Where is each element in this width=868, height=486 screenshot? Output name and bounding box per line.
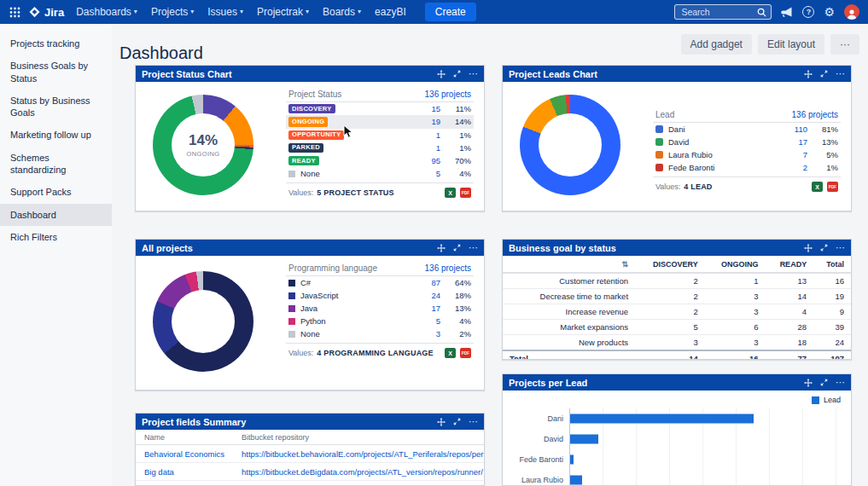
legend-row[interactable]: C# 87 64%: [286, 276, 474, 289]
excel-export-icon[interactable]: X: [445, 188, 456, 198]
legend-row[interactable]: Dani 110 81%: [653, 123, 841, 136]
legend-row[interactable]: JavaScript 24 18%: [286, 289, 474, 302]
count-link[interactable]: 95: [411, 156, 440, 165]
pdf-export-icon[interactable]: PDF: [460, 348, 471, 358]
nav-issues[interactable]: Issues▾: [207, 6, 243, 18]
sidebar-item-schemes-standardizing[interactable]: Schemes standardizing: [0, 147, 112, 182]
project-status-donut-chart[interactable]: 14% ONGOING: [153, 95, 253, 195]
legend-row[interactable]: Java 17 13%: [286, 302, 474, 315]
count-link[interactable]: 110: [778, 124, 807, 134]
move-gadget-icon[interactable]: [804, 379, 813, 387]
move-gadget-icon[interactable]: [804, 70, 813, 78]
help-icon[interactable]: ?: [802, 6, 814, 18]
gadget-menu-icon[interactable]: ⋯: [469, 243, 478, 252]
count-link[interactable]: 24: [411, 291, 440, 300]
legend-row[interactable]: Laura Rubio 7 5%: [653, 148, 841, 161]
move-gadget-icon[interactable]: [437, 70, 446, 78]
gadget-menu-icon[interactable]: ⋯: [836, 69, 845, 78]
sidebar-item-status-by-business-goals[interactable]: Status by Business Goals: [0, 90, 112, 124]
gadget-header[interactable]: Business goal by status ⋯: [503, 240, 851, 256]
legend-total-link[interactable]: 136 projects: [425, 90, 471, 99]
gadget-menu-icon[interactable]: ⋯: [469, 69, 478, 78]
gadget-menu-icon[interactable]: ⋯: [836, 243, 845, 252]
count-link[interactable]: 5: [411, 169, 440, 178]
repo-link[interactable]: https://bitbucket.behavioralE.com/projec…: [233, 445, 485, 463]
nav-dashboards[interactable]: Dashboards▾: [76, 6, 137, 18]
gadget-header[interactable]: Project fields Summary ⋯: [136, 414, 484, 430]
gear-icon[interactable]: ⚙: [824, 6, 835, 18]
gadget-header[interactable]: Project Status Chart ⋯: [136, 66, 484, 82]
count-link[interactable]: 19: [411, 117, 440, 126]
project-name-link[interactable]: Behavioral Economics: [136, 445, 233, 463]
legend-row[interactable]: ONGOING 19 14%: [286, 115, 474, 128]
expand-gadget-icon[interactable]: [453, 70, 461, 78]
legend-row[interactable]: OPPORTUNITY 1 1%: [286, 129, 474, 142]
count-link[interactable]: 17: [778, 137, 807, 147]
more-actions-button[interactable]: ···: [830, 34, 859, 55]
legend-row[interactable]: READY 95 70%: [286, 154, 474, 167]
legend-row[interactable]: DISCOVERY 15 11%: [286, 102, 474, 115]
sidebar-item-marketing-follow-up[interactable]: Marketing follow up: [0, 124, 112, 146]
count-link[interactable]: 5: [411, 316, 440, 326]
count-link[interactable]: 7: [778, 150, 807, 159]
gadget-menu-icon[interactable]: ⋯: [469, 417, 478, 426]
legend-row[interactable]: PARKED 1 1%: [286, 142, 474, 154]
expand-gadget-icon[interactable]: [453, 418, 461, 425]
legend-row[interactable]: Fede Baronti 2 1%: [653, 161, 841, 174]
bar[interactable]: [570, 455, 574, 465]
column-header[interactable]: ONGOING: [705, 256, 766, 273]
legend-row[interactable]: None 5 4%: [286, 167, 474, 180]
user-avatar[interactable]: [844, 4, 859, 20]
gadget-header[interactable]: Project Leads Chart ⋯: [503, 66, 851, 82]
sidebar-item-dashboard[interactable]: Dashboard: [0, 204, 112, 226]
count-link[interactable]: 2: [778, 163, 807, 172]
sidebar-item-support-packs[interactable]: Support Packs: [0, 181, 112, 203]
gadget-header[interactable]: All projects ⋯: [136, 240, 484, 256]
count-link[interactable]: 3: [411, 329, 440, 338]
expand-gadget-icon[interactable]: [453, 244, 461, 252]
count-link[interactable]: 1: [411, 143, 440, 153]
count-link[interactable]: 15: [411, 104, 440, 113]
excel-export-icon[interactable]: X: [812, 182, 823, 192]
sidebar-item-projects-tracking[interactable]: Projects tracking: [0, 32, 112, 55]
column-header[interactable]: READY: [766, 256, 814, 273]
programming-language-donut-chart[interactable]: [153, 271, 253, 372]
project-leads-donut-chart[interactable]: [520, 95, 620, 195]
sidebar-item-rich-filters[interactable]: Rich Filters: [0, 226, 112, 248]
repo-link[interactable]: https://bitbucket.deBigdata.com/projects…: [233, 463, 485, 481]
column-header[interactable]: Name: [136, 430, 233, 445]
pdf-export-icon[interactable]: PDF: [460, 188, 471, 198]
column-header[interactable]: DISCOVERY: [635, 256, 705, 273]
project-name-link[interactable]: Big data: [136, 463, 233, 481]
gadget-menu-icon[interactable]: ⋯: [836, 378, 845, 387]
jira-logo[interactable]: Jira: [28, 6, 64, 19]
move-gadget-icon[interactable]: [437, 418, 446, 426]
legend-row[interactable]: None 3 2%: [286, 327, 474, 340]
bar[interactable]: [570, 476, 582, 485]
gadget-header[interactable]: Projects per Lead ⋯: [503, 374, 851, 391]
expand-gadget-icon[interactable]: [820, 70, 828, 78]
edit-layout-button[interactable]: Edit layout: [758, 34, 824, 55]
bar[interactable]: [570, 435, 598, 444]
search-input[interactable]: [679, 6, 754, 18]
expand-gadget-icon[interactable]: [820, 379, 828, 386]
count-link[interactable]: 1: [411, 130, 440, 140]
excel-export-icon[interactable]: X: [445, 348, 456, 358]
repo-link[interactable]: https://bitbucket.shopapp.com/projects/A…: [233, 481, 485, 486]
sidebar-item-business-goals-by-status[interactable]: Business Goals by Status: [0, 55, 112, 90]
bar[interactable]: [570, 414, 754, 424]
pdf-export-icon[interactable]: PDF: [827, 182, 838, 192]
sort-icon[interactable]: ⇅: [621, 260, 628, 269]
add-gadget-button[interactable]: Add gadget: [681, 34, 752, 55]
move-gadget-icon[interactable]: [804, 244, 813, 252]
announcement-icon[interactable]: [781, 7, 793, 17]
legend-row[interactable]: David 17 13%: [653, 136, 841, 148]
count-link[interactable]: 17: [411, 304, 440, 313]
project-name-link[interactable]: Bio Shop App: [136, 481, 233, 486]
legend-total-link[interactable]: 136 projects: [792, 110, 838, 119]
nav-boards[interactable]: Boards▾: [323, 6, 361, 18]
column-header[interactable]: Total: [813, 256, 851, 273]
legend-total-link[interactable]: 136 projects: [425, 263, 471, 273]
app-switcher-icon[interactable]: [9, 6, 21, 19]
create-button[interactable]: Create: [425, 3, 476, 21]
